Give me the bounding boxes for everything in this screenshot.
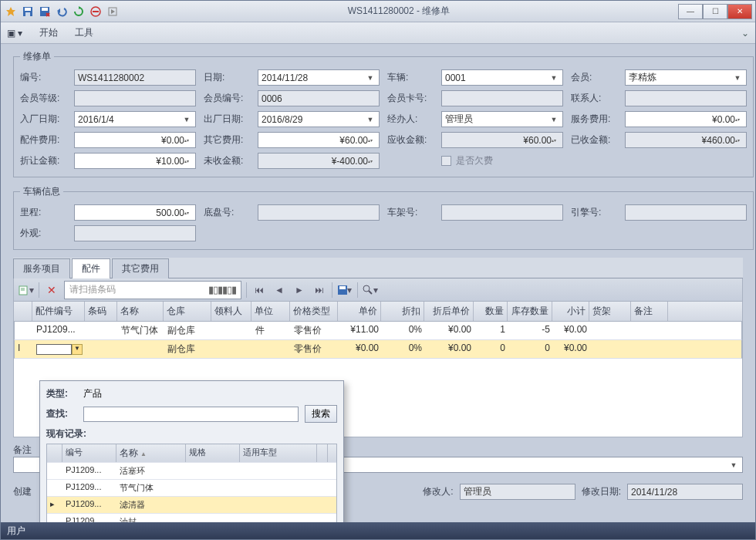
- find-label: 查找:: [46, 407, 77, 420]
- list-item[interactable]: PJ1209...油封: [47, 513, 336, 522]
- spinner-icon[interactable]: ▴▾: [368, 138, 376, 143]
- col-stock[interactable]: 库存数量: [508, 302, 552, 321]
- svg-marker-13: [111, 9, 115, 14]
- tab-start[interactable]: 开始: [39, 26, 58, 39]
- unrcv-label: 未收金额:: [204, 154, 250, 167]
- col-after[interactable]: 折后单价: [424, 302, 474, 321]
- col-unit[interactable]: 单位: [251, 302, 290, 321]
- list-item[interactable]: PJ1209...节气门体: [47, 479, 336, 496]
- col-sub[interactable]: 小计: [552, 302, 589, 321]
- otherfee-field[interactable]: ¥60.00▴▾: [258, 132, 380, 148]
- lh-vehicle[interactable]: 适用车型: [240, 444, 317, 462]
- save-close-icon[interactable]: [38, 5, 52, 19]
- level-field: [74, 90, 196, 106]
- out-field[interactable]: 2016/8/29▼: [258, 111, 380, 127]
- svg-marker-0: [6, 7, 15, 16]
- dropdown-icon[interactable]: ▼: [728, 461, 739, 469]
- col-shelf[interactable]: 货架: [589, 302, 631, 321]
- col-price[interactable]: 单价: [338, 302, 381, 321]
- member-field[interactable]: 李精炼▼: [625, 69, 747, 86]
- quick-access-toolbar: [4, 5, 120, 19]
- search-grid-button[interactable]: ▾: [363, 282, 378, 298]
- next-button[interactable]: ►: [292, 282, 307, 298]
- lh-name[interactable]: 名称 ▲: [116, 444, 186, 462]
- col-qty[interactable]: 数量: [474, 302, 508, 321]
- dropdown-icon[interactable]: ▼: [365, 74, 376, 82]
- col-ptype[interactable]: 价格类型: [290, 302, 338, 321]
- titlebar: WS1411280002 - 维修单 — ☐ ✕: [1, 1, 755, 22]
- mile-field[interactable]: 500.00▴▾: [74, 204, 196, 221]
- prev-button[interactable]: ◄: [272, 282, 287, 298]
- col-name[interactable]: 名称: [117, 302, 164, 321]
- rcv-field: ¥460.00▴▾: [625, 132, 747, 148]
- list-item[interactable]: ▸PJ1209...滤清器: [47, 496, 336, 513]
- tab-service[interactable]: 服务项目: [13, 258, 70, 278]
- spinner-icon: ▴▾: [552, 138, 559, 143]
- col-code[interactable]: 配件编号: [32, 302, 85, 321]
- ribbon-collapse-icon[interactable]: ⌄: [741, 28, 749, 39]
- handler-field[interactable]: 管理员▼: [441, 111, 563, 127]
- partfee-field[interactable]: ¥0.00▴▾: [74, 132, 196, 148]
- disc-field[interactable]: ¥10.00▴▾: [74, 153, 196, 169]
- spinner-icon[interactable]: ▴▾: [735, 117, 743, 122]
- vehicle-field[interactable]: 0001▼: [441, 69, 563, 86]
- save-icon[interactable]: [21, 5, 35, 19]
- handler-label: 经办人:: [387, 113, 434, 126]
- search-button[interactable]: 搜索: [305, 405, 337, 423]
- remark-label: 备注: [13, 444, 32, 457]
- col-wh[interactable]: 仓库: [164, 302, 211, 321]
- delete-icon[interactable]: [89, 5, 103, 19]
- spinner-icon[interactable]: ▴▾: [184, 159, 192, 164]
- dropdown-icon[interactable]: ▼: [732, 74, 743, 82]
- refresh-icon[interactable]: [72, 5, 86, 19]
- in-field[interactable]: 2016/1/4▼: [74, 111, 196, 127]
- save-grid-button[interactable]: ▾: [337, 282, 353, 298]
- close-button[interactable]: ✕: [727, 4, 752, 19]
- barcode-icon: ▮▯▮▮▯▮: [208, 284, 236, 295]
- lh-code[interactable]: 编号: [62, 444, 116, 462]
- lh-spec[interactable]: 规格: [186, 444, 240, 462]
- dropdown-icon[interactable]: ▼: [548, 74, 559, 82]
- last-button[interactable]: ⏭: [312, 282, 327, 298]
- file-menu[interactable]: ▣ ▾: [7, 28, 22, 39]
- col-disc[interactable]: 折扣: [381, 302, 424, 321]
- spinner-icon[interactable]: ▴▾: [184, 138, 192, 143]
- table-row[interactable]: I ▼ 副仓库零售价¥0.000%¥0.0000¥0.00: [14, 340, 742, 359]
- delete-row-button[interactable]: ✕: [44, 282, 59, 298]
- date-field[interactable]: 2014/11/28▼: [258, 69, 380, 86]
- statusbar: 用户: [1, 522, 755, 539]
- list-item[interactable]: PJ1209...活塞环: [47, 462, 336, 479]
- find-input[interactable]: [83, 407, 299, 422]
- new-row-button[interactable]: ▾: [19, 282, 34, 298]
- dropdown-icon[interactable]: ▼: [365, 116, 376, 123]
- maximize-button[interactable]: ☐: [703, 4, 727, 19]
- engine-field: [625, 204, 747, 221]
- first-button[interactable]: ⏮: [251, 282, 267, 298]
- contact-label: 联系人:: [571, 92, 617, 105]
- table-row[interactable]: PJ1209...节气门体副仓库件零售价¥11.000%¥0.001-5¥0.0…: [14, 322, 742, 340]
- dropdown-icon[interactable]: ▼: [548, 116, 559, 123]
- dropdown-icon[interactable]: ▼: [181, 116, 192, 123]
- vehicle-info-form: 里程: 500.00▴▾ 底盘号: 车架号: 引擎号: 外观:: [20, 204, 747, 241]
- spinner-icon[interactable]: ▴▾: [184, 211, 192, 215]
- modby-field: 管理员: [460, 484, 575, 500]
- svcfee-field[interactable]: ¥0.00▴▾: [625, 111, 747, 127]
- svg-rect-3: [25, 12, 30, 16]
- rcv-label: 已收金额:: [571, 133, 617, 147]
- col-barcode[interactable]: 条码: [85, 302, 117, 321]
- svg-line-20: [369, 291, 372, 294]
- undo-icon[interactable]: [55, 5, 69, 19]
- tab-tools[interactable]: 工具: [75, 26, 93, 39]
- due-label: 应收金额:: [387, 133, 434, 147]
- minimize-button[interactable]: —: [678, 4, 703, 19]
- exec-icon[interactable]: [106, 5, 120, 19]
- lookup-grid: 编号 名称 ▲ 规格 适用车型 PJ1209...活塞环 PJ1209...节气…: [46, 444, 337, 522]
- tab-other[interactable]: 其它费用: [112, 258, 169, 278]
- barcode-input[interactable]: 请扫描条码▮▯▮▮▯▮: [64, 281, 241, 299]
- vehicle-label: 车辆:: [387, 71, 434, 84]
- col-note[interactable]: 备注: [631, 302, 668, 321]
- col-picker[interactable]: 领料人: [211, 302, 251, 321]
- app-icon: [4, 5, 18, 19]
- cell-dropdown-icon[interactable]: ▼: [72, 344, 83, 355]
- tab-parts[interactable]: 配件: [72, 258, 110, 278]
